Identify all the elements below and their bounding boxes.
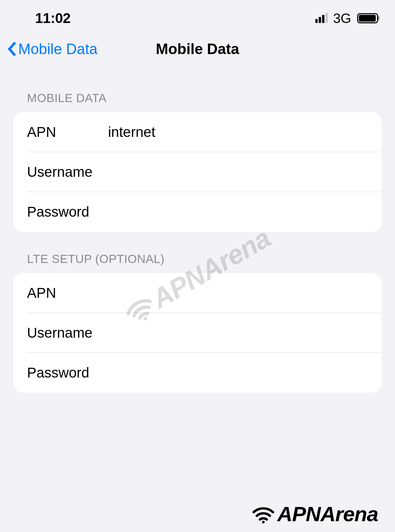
section-body-mobile-data: APN Username Password — [14, 112, 381, 232]
row-lte-username[interactable]: Username — [14, 313, 381, 353]
section-header-lte: LTE SETUP (OPTIONAL) — [14, 252, 381, 266]
back-button[interactable]: Mobile Data — [7, 41, 98, 57]
watermark-bottom: APNArena — [252, 502, 378, 526]
status-time: 11:02 — [35, 10, 71, 26]
input-apn[interactable] — [108, 124, 368, 140]
row-label-lte-password: Password — [27, 365, 108, 381]
row-lte-password[interactable]: Password — [14, 353, 381, 393]
cellular-signal-icon — [315, 14, 328, 23]
back-button-label: Mobile Data — [18, 41, 98, 57]
chevron-left-icon — [7, 41, 17, 57]
status-bar: 11:02 3G — [0, 0, 395, 34]
input-username[interactable] — [108, 164, 368, 180]
row-label-lte-username: Username — [27, 325, 108, 341]
battery-icon — [357, 13, 378, 23]
section-lte-setup: LTE SETUP (OPTIONAL) APN Username Passwo… — [0, 252, 395, 393]
network-type-label: 3G — [333, 11, 351, 26]
row-label-username: Username — [27, 164, 108, 180]
input-lte-password[interactable] — [108, 365, 368, 381]
watermark-text: APNArena — [277, 502, 378, 526]
row-label-password: Password — [27, 204, 108, 220]
row-lte-apn[interactable]: APN — [14, 273, 381, 313]
input-lte-username[interactable] — [108, 325, 368, 341]
section-header-mobile-data: MOBILE DATA — [14, 91, 381, 105]
row-username[interactable]: Username — [14, 152, 381, 192]
section-body-lte: APN Username Password — [14, 273, 381, 393]
wifi-icon — [252, 504, 275, 524]
svg-point-1 — [262, 521, 265, 523]
section-mobile-data: MOBILE DATA APN Username Password — [0, 91, 395, 232]
row-apn[interactable]: APN — [14, 112, 381, 152]
page-title: Mobile Data — [156, 41, 239, 57]
row-password[interactable]: Password — [14, 192, 381, 232]
input-password[interactable] — [108, 204, 368, 220]
navigation-bar: Mobile Data Mobile Data — [0, 34, 395, 64]
row-label-lte-apn: APN — [27, 285, 108, 301]
input-lte-apn[interactable] — [108, 285, 368, 301]
status-indicators: 3G — [315, 11, 378, 26]
row-label-apn: APN — [27, 124, 108, 140]
